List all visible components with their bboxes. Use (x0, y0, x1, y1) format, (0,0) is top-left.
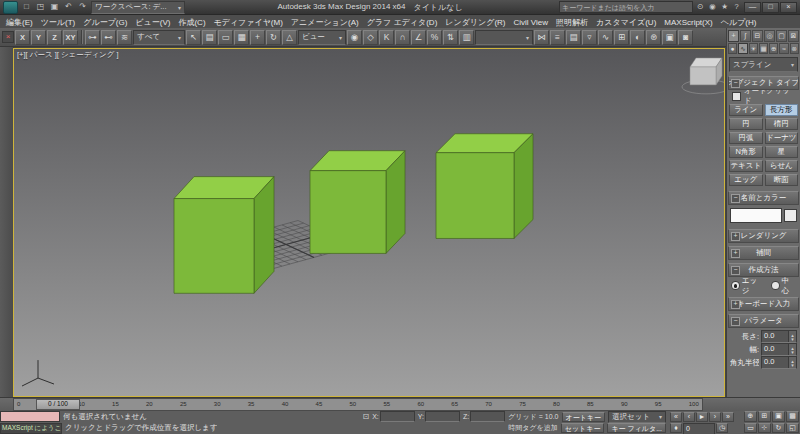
ellipse-button[interactable]: 楕円 (765, 118, 799, 130)
rendered-frame-icon[interactable]: ▣ (662, 30, 677, 45)
coordinate-input[interactable] (380, 411, 415, 422)
keyboard-override-icon[interactable]: K (379, 30, 394, 45)
zoom-all-icon[interactable]: ⊞ (758, 411, 771, 422)
go-to-start-icon[interactable]: « (670, 412, 682, 422)
category-cameras[interactable]: ▦ (759, 43, 768, 54)
key-filters-button[interactable]: キー フィルタ... (607, 423, 666, 433)
menu-item[interactable]: Civil View (510, 15, 553, 29)
category-systems[interactable]: ⊚ (790, 43, 799, 54)
menu-item[interactable]: グラフ エディタ(D) (363, 15, 442, 29)
bind-to-space-warp-icon[interactable]: ≋ (117, 30, 132, 45)
tab-utilities[interactable]: ⊠ (788, 30, 799, 42)
menu-item[interactable]: グループ(G) (79, 15, 131, 29)
object-name-input[interactable] (730, 208, 782, 223)
menu-item[interactable]: 作成(C) (174, 15, 209, 29)
time-slider[interactable]: 0 / 100 (36, 399, 80, 410)
next-frame-icon[interactable]: › (709, 412, 721, 422)
tab-hierarchy[interactable]: ⊟ (752, 30, 763, 42)
named-sets-icon[interactable]: ▥ (459, 30, 474, 45)
selection-set-dropdown[interactable]: 選択セット (608, 411, 666, 423)
select-scale-icon[interactable]: △ (282, 30, 297, 45)
toolbar-close-button[interactable]: × (2, 31, 14, 43)
zoom-region-icon[interactable]: ▭ (744, 423, 757, 434)
mini-macro-recorder[interactable] (0, 411, 60, 422)
curve-editor-icon[interactable]: ∿ (598, 30, 613, 45)
schematic-view-icon[interactable]: ⊞ (614, 30, 629, 45)
save-file-icon[interactable]: ▣ (48, 2, 61, 13)
box-object-1[interactable] (174, 177, 274, 294)
circle-button[interactable]: 円 (729, 118, 763, 130)
zoom-extents-all-icon[interactable]: ▩ (786, 411, 799, 422)
value-spinner[interactable]: 0.0 (761, 356, 797, 369)
box-object-3[interactable] (436, 134, 533, 239)
edge-radio[interactable]: エッジ (731, 276, 764, 296)
rollout-creation-method-header[interactable]: 作成方法 (728, 263, 799, 277)
line-button[interactable]: ライン (729, 104, 763, 116)
spline-type-dropdown[interactable]: スプライン (729, 57, 798, 72)
category-lights[interactable]: ☀ (749, 43, 758, 54)
axis-constraint-button[interactable]: XY (63, 30, 78, 45)
menu-item[interactable]: レンダリング(R) (441, 15, 509, 29)
mini-listener[interactable]: MAXScript にようこそ (0, 423, 62, 434)
spinner-icon[interactable] (788, 331, 796, 342)
category-helpers[interactable]: ⊕ (769, 43, 778, 54)
auto-key-button[interactable]: オートキー (562, 412, 606, 422)
tab-display[interactable]: ▢ (776, 30, 787, 42)
rollout-interpolation-header[interactable]: 補間 (728, 246, 799, 260)
search-icon[interactable]: ⊙ (695, 2, 706, 13)
arc-button[interactable]: 円弧 (729, 132, 763, 144)
rollout-rendering-header[interactable]: レンダリング (728, 229, 799, 243)
helix-button[interactable]: らせん (765, 160, 799, 172)
menu-item[interactable]: アニメーション(A) (287, 15, 363, 29)
ngon-button[interactable]: N角形 (729, 146, 763, 158)
section-button[interactable]: 断面 (765, 174, 799, 186)
axis-constraint-button[interactable]: Z (47, 30, 62, 45)
category-space-warps[interactable]: ≈ (779, 43, 788, 54)
help-icon[interactable]: ? (731, 2, 742, 13)
viewcube[interactable] (682, 58, 724, 94)
new-scene-icon[interactable]: □ (20, 2, 33, 13)
rollout-name-color-header[interactable]: 名前とカラー (728, 191, 799, 205)
orbit-icon[interactable]: ↻ (772, 423, 785, 434)
menu-item[interactable]: ツール(T) (37, 15, 80, 29)
select-by-name-icon[interactable]: ▤ (202, 30, 217, 45)
material-editor-icon[interactable]: ◐ (630, 30, 645, 45)
rectangle-button[interactable]: 長方形 (765, 104, 799, 116)
go-to-end-icon[interactable]: » (722, 412, 734, 422)
select-object-icon[interactable]: ↖ (186, 30, 201, 45)
previous-frame-icon[interactable]: ‹ (683, 412, 695, 422)
menu-item[interactable]: ビュー(V) (131, 15, 174, 29)
percent-snap-icon[interactable]: % (427, 30, 442, 45)
add-time-tag[interactable]: 時間タグを追加 (508, 423, 558, 433)
box-object-2[interactable] (310, 151, 405, 254)
menu-item[interactable]: MAXScript(X) (660, 15, 716, 29)
minimize-button[interactable]: — (744, 2, 761, 13)
coordinate-input[interactable] (425, 411, 460, 422)
selection-lock-icon[interactable]: ⊡ (362, 412, 369, 421)
mirror-icon[interactable]: ⋈ (534, 30, 549, 45)
set-key-button[interactable]: セットキー (561, 423, 605, 433)
rollout-keyboard-entry-header[interactable]: キーボード入力 (728, 297, 799, 311)
use-pivot-center-icon[interactable]: ◉ (347, 30, 362, 45)
named-selection-sets-dropdown[interactable] (475, 30, 533, 45)
key-mode-toggle[interactable]: ♦ (670, 423, 682, 433)
menu-item[interactable]: モディファイヤ(M) (210, 15, 287, 29)
select-move-icon[interactable]: + (250, 30, 265, 45)
infocenter-search-input[interactable] (559, 1, 693, 13)
spinner-snap-icon[interactable]: ⇅ (443, 30, 458, 45)
reference-coordinate-dropdown[interactable]: ビュー (298, 30, 346, 45)
window-crossing-icon[interactable]: ▦ (234, 30, 249, 45)
current-frame-field[interactable]: 0 (683, 423, 715, 434)
time-ruler[interactable]: 0510152025303540455055606570758085909510… (13, 398, 703, 411)
play-icon[interactable]: ► (696, 412, 708, 422)
time-configuration-button[interactable]: ◷ (716, 423, 728, 433)
render-setup-icon[interactable]: ⊛ (646, 30, 661, 45)
communication-center-icon[interactable]: ◉ (707, 2, 718, 13)
coordinate-input[interactable] (470, 411, 505, 422)
rectangular-region-icon[interactable]: ▭ (218, 30, 233, 45)
zoom-icon[interactable]: ⊕ (744, 411, 757, 422)
maximize-viewport-icon[interactable]: ◱ (786, 423, 799, 434)
axis-constraint-button[interactable]: Y (31, 30, 46, 45)
tab-motion[interactable]: ◎ (764, 30, 775, 42)
align-icon[interactable]: ≡ (550, 30, 565, 45)
